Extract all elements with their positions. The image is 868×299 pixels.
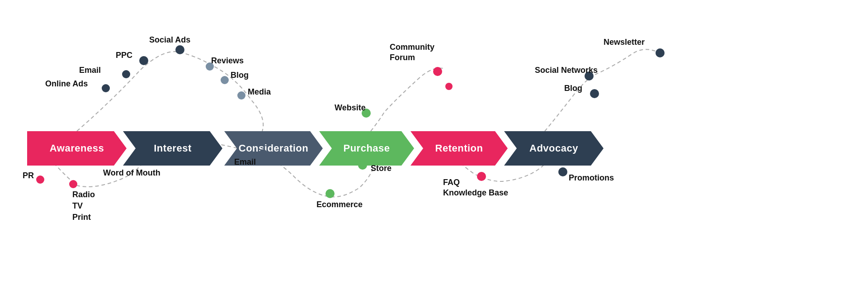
dot-promotions <box>558 167 567 176</box>
label-ppc: PPC <box>116 51 132 60</box>
label-reviews: Reviews <box>211 56 244 66</box>
label-online-ads: Online Ads <box>45 79 88 89</box>
dot-ppc <box>139 56 148 65</box>
customer-journey-diagram: Awareness Interest Consideration Purchas… <box>0 0 868 299</box>
label-blog-consideration: Blog <box>231 71 249 80</box>
label-blog-advocacy: Blog <box>564 84 582 93</box>
label-word-of-mouth: Word of Mouth <box>103 168 160 178</box>
label-pr: PR <box>23 171 34 180</box>
stage-retention: Retention <box>410 131 508 166</box>
label-promotions: Promotions <box>569 173 614 183</box>
dot-online-ads <box>102 84 110 92</box>
stage-interest: Interest <box>123 131 222 166</box>
dot-blog-advocacy <box>590 89 599 98</box>
label-faq: FAQKnowledge Base <box>443 177 508 199</box>
label-social-networks: Social Networks <box>535 66 598 75</box>
label-email-consideration: Email <box>234 157 256 167</box>
label-newsletter: Newsletter <box>604 38 645 47</box>
label-website: Website <box>335 103 366 113</box>
dot-radio-tv <box>69 180 77 188</box>
dot-pr <box>36 176 44 184</box>
dot-social-ads <box>175 45 184 54</box>
label-email-awareness: Email <box>79 66 101 75</box>
stage-advocacy: Advocacy <box>504 131 604 166</box>
stage-purchase: Purchase <box>319 131 414 166</box>
dot-community-forum <box>433 67 442 76</box>
dot-email-consideration <box>259 149 267 157</box>
label-social-ads: Social Ads <box>149 35 190 45</box>
dot-newsletter <box>656 48 665 57</box>
stage-awareness: Awareness <box>27 131 127 166</box>
dot-community-forum2 <box>445 83 453 90</box>
label-ecommerce: Ecommerce <box>316 200 363 209</box>
dot-ecommerce <box>326 189 335 198</box>
label-store: Store <box>371 164 392 173</box>
label-radio-tv: RadioTVPrint <box>72 189 95 223</box>
dot-blog-consideration <box>221 76 229 84</box>
dot-media <box>237 91 245 100</box>
dot-email-awareness <box>122 70 130 78</box>
dot-store <box>358 161 367 170</box>
label-media: Media <box>248 87 271 97</box>
label-community-forum: CommunityForum <box>390 42 434 63</box>
